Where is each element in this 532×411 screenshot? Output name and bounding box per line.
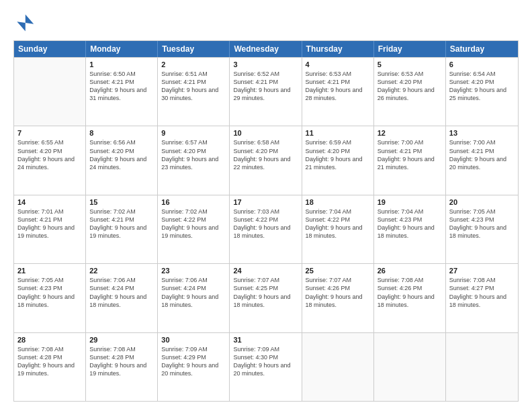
day-number: 10 bbox=[233, 129, 298, 137]
day-number: 21 bbox=[17, 267, 82, 275]
calendar-cell: 9Sunrise: 6:57 AMSunset: 4:20 PMDaylight… bbox=[158, 126, 230, 194]
calendar-cell bbox=[446, 333, 518, 401]
cell-details: Sunrise: 7:08 AMSunset: 4:27 PMDaylight:… bbox=[449, 276, 515, 309]
logo-icon bbox=[13, 12, 35, 34]
cell-details: Sunrise: 7:06 AMSunset: 4:24 PMDaylight:… bbox=[89, 276, 154, 309]
calendar-cell: 7Sunrise: 6:55 AMSunset: 4:20 PMDaylight… bbox=[14, 126, 86, 194]
cell-details: Sunrise: 7:04 AMSunset: 4:22 PMDaylight:… bbox=[306, 208, 370, 240]
calendar-cell: 5Sunrise: 6:53 AMSunset: 4:20 PMDaylight… bbox=[374, 58, 446, 126]
header-day-sunday: Sunday bbox=[14, 41, 86, 57]
cell-details: Sunrise: 6:50 AMSunset: 4:21 PMDaylight:… bbox=[89, 70, 154, 103]
calendar-cell: 2Sunrise: 6:51 AMSunset: 4:21 PMDaylight… bbox=[158, 58, 230, 126]
cell-details: Sunrise: 6:56 AMSunset: 4:20 PMDaylight:… bbox=[89, 138, 154, 171]
calendar-cell: 30Sunrise: 7:09 AMSunset: 4:29 PMDayligh… bbox=[158, 333, 230, 401]
day-number: 28 bbox=[17, 336, 82, 344]
day-number: 20 bbox=[449, 198, 515, 206]
calendar-cell: 19Sunrise: 7:04 AMSunset: 4:23 PMDayligh… bbox=[374, 195, 446, 263]
cell-details: Sunrise: 7:03 AMSunset: 4:22 PMDaylight:… bbox=[233, 208, 298, 240]
calendar-body: 1Sunrise: 6:50 AMSunset: 4:21 PMDaylight… bbox=[14, 57, 518, 401]
cell-details: Sunrise: 6:54 AMSunset: 4:20 PMDaylight:… bbox=[449, 70, 515, 103]
header-day-saturday: Saturday bbox=[446, 41, 518, 57]
cell-details: Sunrise: 7:05 AMSunset: 4:23 PMDaylight:… bbox=[17, 276, 82, 309]
calendar-cell: 28Sunrise: 7:08 AMSunset: 4:28 PMDayligh… bbox=[14, 333, 86, 401]
calendar: SundayMondayTuesdayWednesdayThursdayFrid… bbox=[13, 40, 519, 402]
day-number: 19 bbox=[378, 198, 442, 206]
calendar-cell: 11Sunrise: 6:59 AMSunset: 4:20 PMDayligh… bbox=[302, 126, 374, 194]
calendar-cell: 27Sunrise: 7:08 AMSunset: 4:27 PMDayligh… bbox=[446, 264, 518, 332]
day-number: 15 bbox=[89, 198, 154, 206]
cell-details: Sunrise: 7:02 AMSunset: 4:22 PMDaylight:… bbox=[161, 208, 226, 240]
day-number: 17 bbox=[233, 198, 298, 206]
calendar-cell: 20Sunrise: 7:05 AMSunset: 4:23 PMDayligh… bbox=[446, 195, 518, 263]
cell-details: Sunrise: 6:57 AMSunset: 4:20 PMDaylight:… bbox=[161, 138, 226, 171]
cell-details: Sunrise: 7:00 AMSunset: 4:21 PMDaylight:… bbox=[449, 138, 515, 171]
cell-details: Sunrise: 6:51 AMSunset: 4:21 PMDaylight:… bbox=[161, 70, 226, 103]
calendar-row-3: 21Sunrise: 7:05 AMSunset: 4:23 PMDayligh… bbox=[14, 263, 518, 332]
day-number: 14 bbox=[17, 198, 82, 206]
calendar-cell: 15Sunrise: 7:02 AMSunset: 4:21 PMDayligh… bbox=[86, 195, 158, 263]
day-number: 22 bbox=[89, 267, 154, 275]
cell-details: Sunrise: 7:09 AMSunset: 4:29 PMDaylight:… bbox=[161, 345, 226, 378]
calendar-cell: 10Sunrise: 6:58 AMSunset: 4:20 PMDayligh… bbox=[230, 126, 302, 194]
day-number: 31 bbox=[233, 336, 298, 344]
cell-details: Sunrise: 7:07 AMSunset: 4:26 PMDaylight:… bbox=[306, 276, 370, 309]
calendar-row-4: 28Sunrise: 7:08 AMSunset: 4:28 PMDayligh… bbox=[14, 332, 518, 401]
day-number: 27 bbox=[449, 267, 515, 275]
header-day-monday: Monday bbox=[86, 41, 158, 57]
day-number: 29 bbox=[89, 336, 154, 344]
cell-details: Sunrise: 6:58 AMSunset: 4:20 PMDaylight:… bbox=[233, 138, 298, 171]
calendar-cell bbox=[14, 58, 86, 126]
svg-marker-0 bbox=[17, 15, 34, 32]
day-number: 11 bbox=[306, 129, 370, 137]
calendar-cell: 17Sunrise: 7:03 AMSunset: 4:22 PMDayligh… bbox=[230, 195, 302, 263]
day-number: 25 bbox=[306, 267, 370, 275]
day-number: 8 bbox=[89, 129, 154, 137]
calendar-row-2: 14Sunrise: 7:01 AMSunset: 4:21 PMDayligh… bbox=[14, 195, 518, 263]
day-number: 24 bbox=[233, 267, 298, 275]
calendar-header: SundayMondayTuesdayWednesdayThursdayFrid… bbox=[14, 41, 518, 57]
cell-details: Sunrise: 7:06 AMSunset: 4:24 PMDaylight:… bbox=[161, 276, 226, 309]
cell-details: Sunrise: 7:08 AMSunset: 4:28 PMDaylight:… bbox=[89, 345, 154, 378]
calendar-cell: 31Sunrise: 7:09 AMSunset: 4:30 PMDayligh… bbox=[230, 333, 302, 401]
day-number: 23 bbox=[161, 267, 226, 275]
header bbox=[13, 12, 519, 34]
cell-details: Sunrise: 7:09 AMSunset: 4:30 PMDaylight:… bbox=[233, 345, 298, 378]
header-day-thursday: Thursday bbox=[302, 41, 374, 57]
page: SundayMondayTuesdayWednesdayThursdayFrid… bbox=[0, 0, 532, 411]
day-number: 6 bbox=[449, 60, 515, 68]
day-number: 9 bbox=[161, 129, 226, 137]
calendar-cell: 21Sunrise: 7:05 AMSunset: 4:23 PMDayligh… bbox=[14, 264, 86, 332]
calendar-cell: 1Sunrise: 6:50 AMSunset: 4:21 PMDaylight… bbox=[86, 58, 158, 126]
cell-details: Sunrise: 7:02 AMSunset: 4:21 PMDaylight:… bbox=[89, 208, 154, 240]
day-number: 16 bbox=[161, 198, 226, 206]
cell-details: Sunrise: 7:08 AMSunset: 4:28 PMDaylight:… bbox=[17, 345, 82, 378]
calendar-cell: 6Sunrise: 6:54 AMSunset: 4:20 PMDaylight… bbox=[446, 58, 518, 126]
cell-details: Sunrise: 6:59 AMSunset: 4:20 PMDaylight:… bbox=[306, 138, 370, 171]
day-number: 3 bbox=[233, 60, 298, 68]
calendar-row-1: 7Sunrise: 6:55 AMSunset: 4:20 PMDaylight… bbox=[14, 126, 518, 194]
cell-details: Sunrise: 7:04 AMSunset: 4:23 PMDaylight:… bbox=[378, 208, 442, 240]
calendar-row-0: 1Sunrise: 6:50 AMSunset: 4:21 PMDaylight… bbox=[14, 57, 518, 126]
day-number: 4 bbox=[306, 60, 370, 68]
calendar-cell: 12Sunrise: 7:00 AMSunset: 4:21 PMDayligh… bbox=[374, 126, 446, 194]
calendar-cell: 3Sunrise: 6:52 AMSunset: 4:21 PMDaylight… bbox=[230, 58, 302, 126]
cell-details: Sunrise: 7:08 AMSunset: 4:26 PMDaylight:… bbox=[378, 276, 442, 309]
day-number: 7 bbox=[17, 129, 82, 137]
calendar-cell: 8Sunrise: 6:56 AMSunset: 4:20 PMDaylight… bbox=[86, 126, 158, 194]
calendar-cell: 22Sunrise: 7:06 AMSunset: 4:24 PMDayligh… bbox=[86, 264, 158, 332]
cell-details: Sunrise: 6:52 AMSunset: 4:21 PMDaylight:… bbox=[233, 70, 298, 103]
day-number: 5 bbox=[378, 60, 442, 68]
header-day-tuesday: Tuesday bbox=[158, 41, 230, 57]
calendar-cell bbox=[374, 333, 446, 401]
cell-details: Sunrise: 6:55 AMSunset: 4:20 PMDaylight:… bbox=[17, 138, 82, 171]
day-number: 13 bbox=[449, 129, 515, 137]
calendar-cell: 24Sunrise: 7:07 AMSunset: 4:25 PMDayligh… bbox=[230, 264, 302, 332]
header-day-wednesday: Wednesday bbox=[230, 41, 302, 57]
cell-details: Sunrise: 7:05 AMSunset: 4:23 PMDaylight:… bbox=[449, 208, 515, 240]
logo bbox=[13, 12, 38, 34]
day-number: 30 bbox=[161, 336, 226, 344]
day-number: 18 bbox=[306, 198, 370, 206]
calendar-cell: 23Sunrise: 7:06 AMSunset: 4:24 PMDayligh… bbox=[158, 264, 230, 332]
day-number: 1 bbox=[89, 60, 154, 68]
cell-details: Sunrise: 6:53 AMSunset: 4:20 PMDaylight:… bbox=[378, 70, 442, 103]
